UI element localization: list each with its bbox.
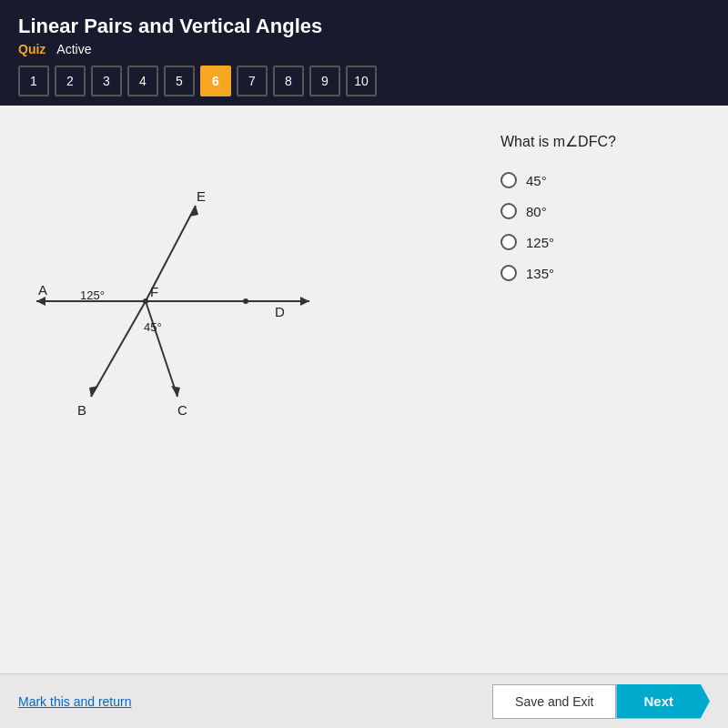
footer-buttons: Save and Exit Next — [492, 684, 710, 719]
svg-text:F: F — [150, 284, 158, 299]
svg-point-18 — [243, 298, 248, 304]
svg-text:C: C — [177, 402, 187, 418]
radio-2[interactable] — [500, 203, 517, 219]
question-text: What is m∠DFC? — [500, 133, 710, 150]
svg-marker-8 — [171, 386, 180, 397]
svg-marker-2 — [36, 297, 46, 306]
radio-4[interactable] — [500, 265, 517, 281]
question-number-bar: 1 2 3 4 5 6 7 8 9 10 — [18, 66, 710, 96]
svg-marker-6 — [89, 386, 98, 397]
radio-1[interactable] — [500, 172, 517, 188]
main-content: E A D F B C 125° 45° What is m∠DFC? 45° — [0, 106, 728, 706]
q-num-10[interactable]: 10 — [346, 66, 377, 96]
svg-text:B: B — [77, 402, 86, 418]
svg-point-17 — [143, 298, 148, 304]
save-exit-button[interactable]: Save and Exit — [492, 684, 616, 719]
question-area: What is m∠DFC? 45° 80° 125° 135° — [491, 106, 728, 706]
mark-return-link[interactable]: Mark this and return — [18, 694, 132, 709]
radio-3[interactable] — [500, 234, 517, 250]
svg-line-5 — [91, 301, 146, 397]
svg-text:45°: 45° — [144, 320, 162, 334]
svg-text:E: E — [197, 188, 206, 204]
next-button[interactable]: Next — [616, 684, 710, 719]
header: Linear Pairs and Vertical Angles Quiz Ac… — [0, 0, 728, 106]
answer-label-1: 45° — [526, 173, 547, 188]
q-num-1[interactable]: 1 — [18, 66, 49, 96]
svg-marker-1 — [300, 297, 309, 306]
geometry-diagram: E A D F B C 125° 45° — [18, 124, 328, 488]
q-num-2[interactable]: 2 — [55, 66, 86, 96]
answer-option-3[interactable]: 125° — [500, 234, 710, 250]
diagram-area: E A D F B C 125° 45° — [0, 106, 491, 706]
q-num-8[interactable]: 8 — [273, 66, 304, 96]
q-num-5[interactable]: 5 — [164, 66, 195, 96]
answer-label-3: 125° — [526, 235, 554, 250]
quiz-label: Quiz — [18, 42, 46, 56]
answer-option-1[interactable]: 45° — [500, 172, 710, 188]
svg-text:D: D — [275, 304, 285, 319]
footer: Mark this and return Save and Exit Next — [0, 673, 728, 728]
active-label: Active — [56, 42, 91, 56]
answer-label-2: 80° — [526, 204, 547, 219]
answer-option-2[interactable]: 80° — [500, 203, 710, 219]
answer-option-4[interactable]: 135° — [500, 265, 710, 281]
q-num-9[interactable]: 9 — [309, 66, 340, 96]
svg-line-7 — [146, 301, 177, 397]
svg-text:125°: 125° — [80, 288, 105, 302]
q-num-3[interactable]: 3 — [91, 66, 122, 96]
svg-text:A: A — [38, 282, 47, 298]
q-num-4[interactable]: 4 — [127, 66, 158, 96]
q-num-6[interactable]: 6 — [200, 66, 231, 96]
answer-label-4: 135° — [526, 266, 554, 281]
q-num-7[interactable]: 7 — [237, 66, 268, 96]
page-title: Linear Pairs and Vertical Angles — [18, 15, 710, 38]
